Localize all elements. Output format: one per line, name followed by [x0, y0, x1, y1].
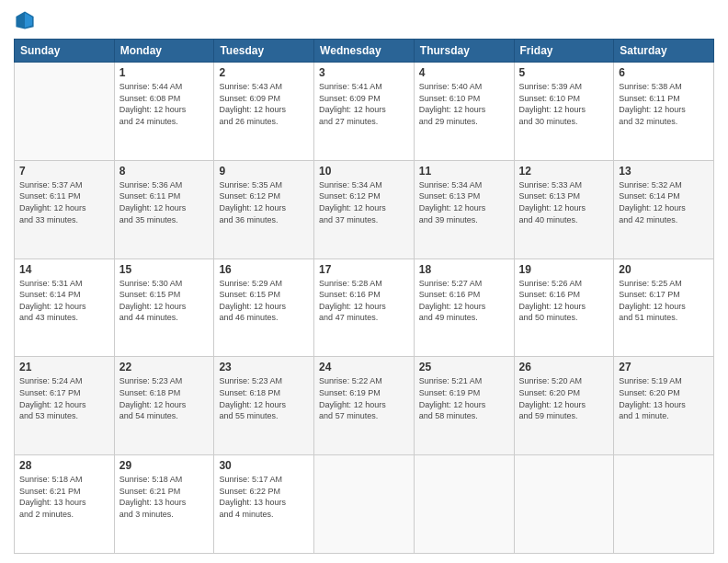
calendar-cell: 2Sunrise: 5:43 AM Sunset: 6:09 PM Daylig… — [214, 63, 314, 161]
day-number: 11 — [419, 165, 509, 178]
day-number: 24 — [319, 361, 409, 373]
day-info: Sunrise: 5:30 AM Sunset: 6:15 PM Dayligh… — [119, 278, 210, 324]
header — [14, 9, 714, 31]
calendar-cell: 10Sunrise: 5:34 AM Sunset: 6:12 PM Dayli… — [314, 160, 415, 259]
day-number: 27 — [619, 361, 709, 373]
day-number: 17 — [319, 263, 409, 276]
logo-icon — [14, 9, 36, 31]
day-number: 6 — [619, 66, 709, 79]
day-info: Sunrise: 5:18 AM Sunset: 6:21 PM Dayligh… — [119, 474, 210, 520]
day-number: 8 — [119, 165, 210, 178]
day-number: 20 — [619, 263, 709, 276]
calendar-cell: 3Sunrise: 5:41 AM Sunset: 6:09 PM Daylig… — [314, 63, 415, 161]
day-info: Sunrise: 5:26 AM Sunset: 6:16 PM Dayligh… — [519, 278, 609, 324]
day-number: 29 — [119, 459, 210, 472]
calendar-cell: 25Sunrise: 5:21 AM Sunset: 6:19 PM Dayli… — [414, 357, 514, 455]
day-info: Sunrise: 5:37 AM Sunset: 6:11 PM Dayligh… — [19, 179, 109, 225]
day-info: Sunrise: 5:36 AM Sunset: 6:11 PM Dayligh… — [119, 179, 210, 225]
day-info: Sunrise: 5:33 AM Sunset: 6:13 PM Dayligh… — [519, 179, 609, 225]
calendar-cell: 9Sunrise: 5:35 AM Sunset: 6:12 PM Daylig… — [214, 160, 314, 259]
day-number: 28 — [19, 459, 109, 472]
day-info: Sunrise: 5:31 AM Sunset: 6:14 PM Dayligh… — [19, 278, 109, 324]
calendar-cell: 12Sunrise: 5:33 AM Sunset: 6:13 PM Dayli… — [514, 160, 614, 259]
calendar-cell: 26Sunrise: 5:20 AM Sunset: 6:20 PM Dayli… — [514, 357, 614, 455]
day-info: Sunrise: 5:35 AM Sunset: 6:12 PM Dayligh… — [219, 179, 309, 225]
day-number: 15 — [119, 263, 210, 276]
day-number: 25 — [419, 361, 509, 373]
day-info: Sunrise: 5:21 AM Sunset: 6:19 PM Dayligh… — [419, 375, 509, 421]
day-number: 2 — [219, 66, 309, 79]
calendar-cell: 27Sunrise: 5:19 AM Sunset: 6:20 PM Dayli… — [614, 357, 714, 455]
day-number: 4 — [419, 66, 509, 79]
day-info: Sunrise: 5:34 AM Sunset: 6:13 PM Dayligh… — [419, 179, 509, 225]
day-number: 30 — [219, 459, 309, 472]
day-number: 26 — [519, 361, 609, 373]
calendar-cell: 17Sunrise: 5:28 AM Sunset: 6:16 PM Dayli… — [314, 259, 415, 357]
calendar-cell: 7Sunrise: 5:37 AM Sunset: 6:11 PM Daylig… — [15, 160, 115, 259]
day-info: Sunrise: 5:23 AM Sunset: 6:18 PM Dayligh… — [219, 375, 309, 421]
page: SundayMondayTuesdayWednesdayThursdayFrid… — [0, 0, 728, 563]
weekday-header-tuesday: Tuesday — [214, 40, 314, 63]
weekday-header-friday: Friday — [514, 40, 614, 63]
day-number: 7 — [19, 165, 109, 178]
calendar-cell: 15Sunrise: 5:30 AM Sunset: 6:15 PM Dayli… — [114, 259, 214, 357]
calendar-cell: 28Sunrise: 5:18 AM Sunset: 6:21 PM Dayli… — [15, 455, 115, 554]
day-number: 23 — [219, 361, 309, 373]
day-info: Sunrise: 5:44 AM Sunset: 6:08 PM Dayligh… — [119, 81, 210, 127]
day-info: Sunrise: 5:28 AM Sunset: 6:16 PM Dayligh… — [319, 278, 409, 324]
day-info: Sunrise: 5:40 AM Sunset: 6:10 PM Dayligh… — [419, 81, 509, 127]
logo — [14, 9, 40, 31]
calendar-cell — [614, 455, 714, 554]
calendar-cell — [414, 455, 514, 554]
calendar-cell — [314, 455, 415, 554]
day-info: Sunrise: 5:25 AM Sunset: 6:17 PM Dayligh… — [619, 278, 709, 324]
day-number: 18 — [419, 263, 509, 276]
weekday-header-wednesday: Wednesday — [314, 40, 415, 63]
calendar-cell: 13Sunrise: 5:32 AM Sunset: 6:14 PM Dayli… — [614, 160, 714, 259]
calendar-cell: 6Sunrise: 5:38 AM Sunset: 6:11 PM Daylig… — [614, 63, 714, 161]
weekday-header-saturday: Saturday — [614, 40, 714, 63]
calendar-cell: 4Sunrise: 5:40 AM Sunset: 6:10 PM Daylig… — [414, 63, 514, 161]
weekday-header-thursday: Thursday — [414, 40, 514, 63]
day-number: 14 — [19, 263, 109, 276]
weekday-header-sunday: Sunday — [15, 40, 115, 63]
calendar-cell: 30Sunrise: 5:17 AM Sunset: 6:22 PM Dayli… — [214, 455, 314, 554]
day-info: Sunrise: 5:24 AM Sunset: 6:17 PM Dayligh… — [19, 375, 109, 421]
calendar-cell: 18Sunrise: 5:27 AM Sunset: 6:16 PM Dayli… — [414, 259, 514, 357]
calendar-cell: 8Sunrise: 5:36 AM Sunset: 6:11 PM Daylig… — [114, 160, 214, 259]
day-info: Sunrise: 5:19 AM Sunset: 6:20 PM Dayligh… — [619, 375, 709, 421]
calendar-cell: 23Sunrise: 5:23 AM Sunset: 6:18 PM Dayli… — [214, 357, 314, 455]
day-number: 13 — [619, 165, 709, 178]
day-number: 22 — [119, 361, 210, 373]
day-info: Sunrise: 5:29 AM Sunset: 6:15 PM Dayligh… — [219, 278, 309, 324]
calendar-cell: 14Sunrise: 5:31 AM Sunset: 6:14 PM Dayli… — [15, 259, 115, 357]
day-info: Sunrise: 5:34 AM Sunset: 6:12 PM Dayligh… — [319, 179, 409, 225]
day-number: 21 — [19, 361, 109, 373]
day-info: Sunrise: 5:41 AM Sunset: 6:09 PM Dayligh… — [319, 81, 409, 127]
day-number: 5 — [519, 66, 609, 79]
day-number: 12 — [519, 165, 609, 178]
weekday-header-monday: Monday — [114, 40, 214, 63]
day-number: 9 — [219, 165, 309, 178]
day-info: Sunrise: 5:22 AM Sunset: 6:19 PM Dayligh… — [319, 375, 409, 421]
calendar-cell: 11Sunrise: 5:34 AM Sunset: 6:13 PM Dayli… — [414, 160, 514, 259]
calendar-cell: 29Sunrise: 5:18 AM Sunset: 6:21 PM Dayli… — [114, 455, 214, 554]
calendar-cell: 19Sunrise: 5:26 AM Sunset: 6:16 PM Dayli… — [514, 259, 614, 357]
calendar-cell: 1Sunrise: 5:44 AM Sunset: 6:08 PM Daylig… — [114, 63, 214, 161]
day-info: Sunrise: 5:17 AM Sunset: 6:22 PM Dayligh… — [219, 474, 309, 520]
calendar-cell — [514, 455, 614, 554]
day-info: Sunrise: 5:20 AM Sunset: 6:20 PM Dayligh… — [519, 375, 609, 421]
day-info: Sunrise: 5:18 AM Sunset: 6:21 PM Dayligh… — [19, 474, 109, 520]
day-info: Sunrise: 5:43 AM Sunset: 6:09 PM Dayligh… — [219, 81, 309, 127]
day-info: Sunrise: 5:38 AM Sunset: 6:11 PM Dayligh… — [619, 81, 709, 127]
day-number: 1 — [119, 66, 210, 79]
calendar-cell: 16Sunrise: 5:29 AM Sunset: 6:15 PM Dayli… — [214, 259, 314, 357]
calendar-cell — [15, 63, 115, 161]
day-number: 16 — [219, 263, 309, 276]
calendar-cell: 22Sunrise: 5:23 AM Sunset: 6:18 PM Dayli… — [114, 357, 214, 455]
day-number: 19 — [519, 263, 609, 276]
calendar-table: SundayMondayTuesdayWednesdayThursdayFrid… — [14, 39, 714, 554]
day-info: Sunrise: 5:23 AM Sunset: 6:18 PM Dayligh… — [119, 375, 210, 421]
day-info: Sunrise: 5:39 AM Sunset: 6:10 PM Dayligh… — [519, 81, 609, 127]
day-number: 10 — [319, 165, 409, 178]
